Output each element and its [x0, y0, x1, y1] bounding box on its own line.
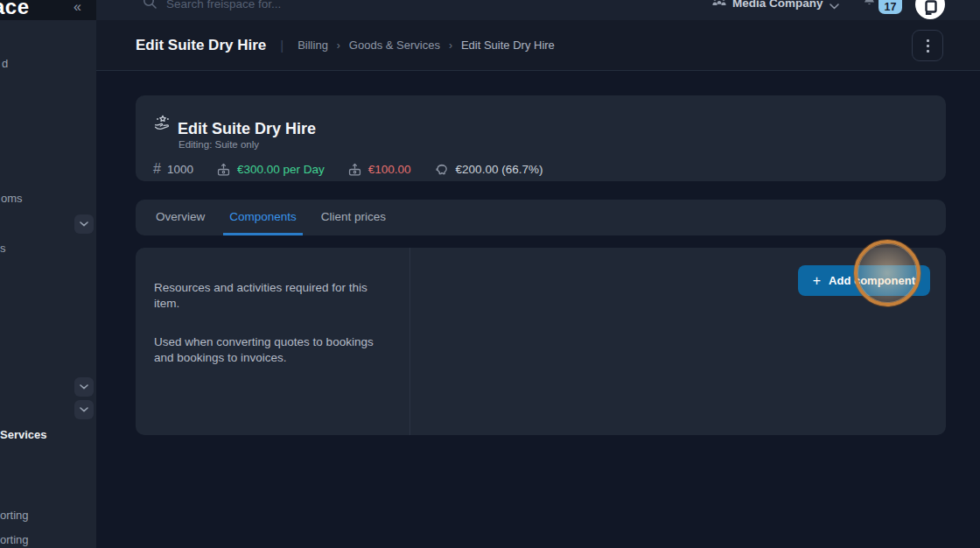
margin-value: €200.00 (66.7%) [456, 163, 543, 176]
tab-overview[interactable]: Overview [150, 200, 211, 235]
cost-stat: €100.00 [347, 162, 411, 177]
breadcrumb-separator: › [337, 39, 340, 52]
price-value: €300.00 per Day [237, 163, 325, 176]
tab-components[interactable]: Components [223, 200, 303, 235]
sidebar-item-reporting[interactable]: orting [0, 509, 29, 522]
item-subtitle: Editing: Suite only [178, 139, 259, 150]
notifications-bell-icon[interactable] [863, 0, 876, 11]
notification-count-badge[interactable]: 17 [878, 0, 902, 14]
sidebar-collapse-icon[interactable]: « [74, 0, 81, 15]
sidebar-item-rooms[interactable]: oms [1, 192, 23, 205]
breadcrumb-billing[interactable]: Billing [298, 39, 328, 52]
title-divider: | [280, 38, 284, 53]
service-hand-star-icon [153, 114, 172, 137]
search-input[interactable]: Search freispace for... [166, 0, 429, 13]
panel-divider [410, 248, 410, 435]
item-title: Edit Suite Dry Hire [178, 120, 316, 137]
plus-icon: + [813, 274, 821, 288]
cash-in-icon [216, 162, 231, 177]
tab-client-prices[interactable]: Client prices [315, 200, 392, 235]
sidebar-expand-button[interactable] [74, 214, 94, 234]
description-line-2: Used when converting quotes to bookings … [154, 334, 392, 366]
topbar: Search freispace for... Media Company 17 [96, 0, 980, 20]
sidebar-item-reporting-2[interactable]: orting [0, 533, 29, 546]
search-icon[interactable] [142, 0, 158, 13]
sidebar: d oms s Services orting orting [0, 20, 96, 548]
components-panel: Resources and activities required for th… [136, 248, 946, 435]
page-header: Edit Suite Dry Hire | Billing › Goods & … [96, 20, 980, 71]
add-component-button[interactable]: + Add component [798, 265, 930, 296]
kebab-icon [927, 39, 929, 53]
quantity-stat: # 1000 [153, 161, 193, 177]
app-logo: ace [0, 0, 30, 19]
sidebar-item[interactable]: s [0, 242, 6, 255]
piggy-bank-icon [434, 162, 450, 176]
breadcrumb-goods-services[interactable]: Goods & Services [349, 39, 440, 52]
components-description: Resources and activities required for th… [154, 264, 392, 389]
price-stat: €300.00 per Day [216, 162, 325, 177]
avatar[interactable] [915, 0, 945, 19]
cash-out-icon [347, 162, 362, 177]
topbar-logo-area: ace « [0, 0, 96, 20]
quantity-value: 1000 [167, 163, 193, 176]
page-title: Edit Suite Dry Hire [136, 37, 266, 54]
margin-stat: €200.00 (66.7%) [434, 162, 543, 176]
organization-icon [711, 0, 727, 12]
sidebar-item-dashboard[interactable]: d [2, 57, 8, 70]
breadcrumb-current: Edit Suite Dry Hire [461, 39, 555, 52]
sidebar-expand-button[interactable] [74, 400, 94, 419]
tab-bar: Overview Components Client prices [136, 200, 946, 235]
more-options-button[interactable] [912, 30, 943, 61]
chevron-down-icon[interactable] [830, 0, 839, 13]
item-summary-card: Edit Suite Dry Hire Editing: Suite only … [136, 95, 946, 181]
hash-icon: # [153, 161, 161, 177]
breadcrumb-separator: › [449, 39, 452, 52]
description-line-1: Resources and activities required for th… [154, 280, 392, 312]
cost-value: €100.00 [368, 163, 411, 176]
add-component-label: Add component [829, 274, 915, 287]
item-stats-row: # 1000 €300.00 per Day €100.00 €200.00 (… [153, 161, 542, 177]
company-selector[interactable]: Media Company [732, 0, 823, 12]
sidebar-item-goods-services[interactable]: Services [0, 428, 47, 441]
sidebar-expand-button[interactable] [74, 377, 94, 397]
